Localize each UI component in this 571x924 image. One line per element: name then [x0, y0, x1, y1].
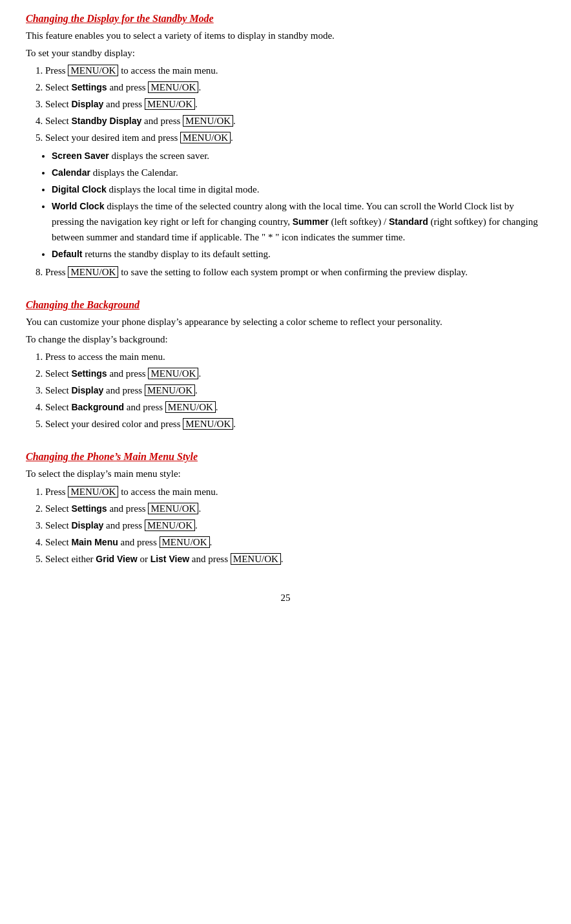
background-title: Changing the Background: [26, 299, 545, 311]
bg-step4: Select Background and press MENU/OK.: [45, 399, 545, 415]
bullet-default: Default returns the standby display to i…: [52, 246, 545, 262]
mm-step1: Press MENU/OK to access the main menu.: [45, 484, 545, 499]
bg-display-bold: Display: [71, 385, 103, 395]
menu-ok-kbd3: MENU/OK: [145, 98, 195, 110]
main-menu-title: Changing the Phone’s Main Menu Style: [26, 451, 545, 463]
main-menu-intro1: To select the display’s main menu style:: [26, 467, 545, 481]
menu-ok-kbd6: MENU/OK: [68, 266, 118, 278]
background-steps: Press to access the main menu. Select Se…: [45, 349, 545, 432]
standby-intro2: To set your standby display:: [26, 46, 545, 61]
default-bold: Default: [52, 249, 82, 259]
standby-step5: Select your desired item and press MENU/…: [45, 130, 545, 145]
background-intro1: You can customize your phone display’s a…: [26, 315, 545, 330]
page-number: 25: [26, 593, 545, 604]
world-clock-bold: World Clock: [52, 201, 104, 211]
menu-ok-kbd2: MENU/OK: [148, 81, 198, 93]
mm-step5: Select either Grid View or List View and…: [45, 551, 545, 567]
settings-bold: Settings: [71, 82, 107, 92]
menu-ok-kbd4: MENU/OK: [183, 115, 233, 127]
standby-mode-section: Changing the Display for the Standby Mod…: [26, 13, 545, 280]
menu-ok-kbd7: MENU/OK: [148, 368, 198, 379]
standby-step8-list: Press MENU/OK to save the setting to fol…: [45, 264, 545, 280]
bg-settings-bold: Settings: [71, 368, 107, 379]
standby-step2: Select Settings and press MENU/OK.: [45, 79, 545, 95]
bullet-digital-clock: Digital Clock displays the local time in…: [52, 182, 545, 197]
menu-ok-kbd14: MENU/OK: [160, 536, 210, 548]
menu-ok-kbd: MENU/OK: [68, 65, 118, 76]
menu-ok-kbd13: MENU/OK: [145, 520, 195, 531]
calendar-bold: Calendar: [52, 167, 90, 178]
mm-step3: Select Display and press MENU/OK.: [45, 518, 545, 533]
display-bold: Display: [71, 99, 103, 109]
bullet-world-clock: World Clock displays the time of the sel…: [52, 198, 545, 245]
menu-ok-kbd11: MENU/OK: [68, 486, 118, 498]
mm-step2: Select Settings and press MENU/OK.: [45, 501, 545, 516]
standby-step1: Press MENU/OK to access the main menu.: [45, 63, 545, 78]
menu-ok-kbd10: MENU/OK: [183, 418, 233, 430]
bg-step5: Select your desired color and press MENU…: [45, 416, 545, 432]
menu-ok-kbd5: MENU/OK: [180, 132, 231, 143]
standby-step3: Select Display and press MENU/OK.: [45, 96, 545, 112]
background-section: Changing the Background You can customiz…: [26, 299, 545, 432]
standby-intro1: This feature enables you to select a var…: [26, 28, 545, 43]
standby-mode-title: Changing the Display for the Standby Mod…: [26, 13, 545, 25]
bg-step1: Press to access the main menu.: [45, 349, 545, 364]
standby-display-bold: Standby Display: [71, 116, 141, 126]
menu-ok-kbd9: MENU/OK: [165, 401, 216, 413]
grid-view-bold: Grid View: [96, 554, 137, 564]
menu-ok-kbd15: MENU/OK: [231, 553, 281, 565]
bg-step2: Select Settings and press MENU/OK.: [45, 366, 545, 381]
bg-step3: Select Display and press MENU/OK.: [45, 383, 545, 398]
standby-steps: Press MENU/OK to access the main menu. S…: [45, 63, 545, 145]
mm-step4: Select Main Menu and press MENU/OK.: [45, 534, 545, 550]
summer-bold: Summer: [293, 216, 329, 227]
menu-ok-kbd12: MENU/OK: [148, 503, 198, 514]
standby-step4: Select Standby Display and press MENU/OK…: [45, 113, 545, 129]
main-menu-steps: Press MENU/OK to access the main menu. S…: [45, 484, 545, 567]
bullet-screen-saver: Screen Saver displays the screen saver.: [52, 148, 545, 163]
mm-mainmenu-bold: Main Menu: [71, 537, 118, 547]
main-menu-section: Changing the Phone’s Main Menu Style To …: [26, 451, 545, 567]
screen-saver-bold: Screen Saver: [52, 151, 109, 161]
standby-step8: Press MENU/OK to save the setting to fol…: [45, 264, 545, 280]
standby-bullets: Screen Saver displays the screen saver. …: [52, 148, 545, 262]
bullet-calendar: Calendar displays the Calendar.: [52, 165, 545, 180]
mm-settings-bold: Settings: [71, 503, 107, 514]
background-intro2: To change the display’s background:: [26, 332, 545, 347]
list-view-bold: List View: [151, 554, 189, 564]
bg-background-bold: Background: [71, 402, 124, 412]
digital-clock-bold: Digital Clock: [52, 184, 107, 194]
mm-display-bold: Display: [71, 520, 103, 530]
menu-ok-kbd8: MENU/OK: [145, 384, 195, 396]
standard-bold: Standard: [389, 216, 428, 227]
